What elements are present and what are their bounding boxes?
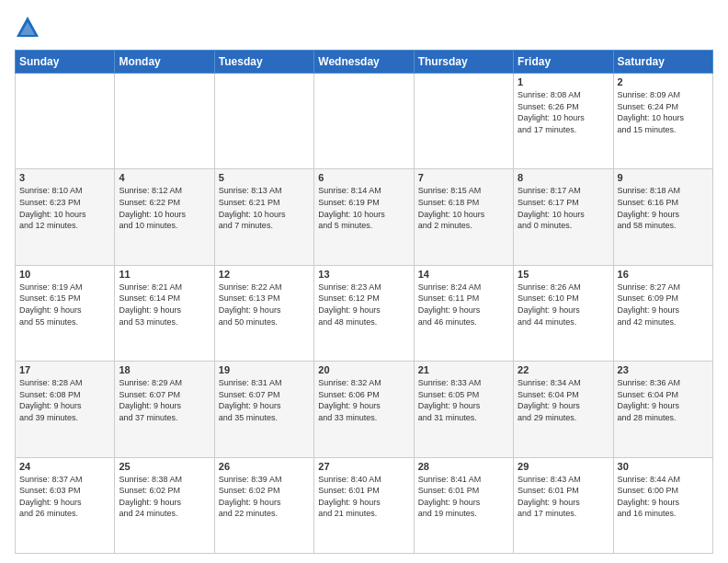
day-info: Sunrise: 8:37 AM Sunset: 6:03 PM Dayligh… — [19, 474, 110, 520]
header — [15, 15, 713, 40]
week-row-2: 3Sunrise: 8:10 AM Sunset: 6:23 PM Daylig… — [16, 169, 713, 265]
day-number: 3 — [19, 172, 110, 183]
calendar-cell: 30Sunrise: 8:44 AM Sunset: 6:00 PM Dayli… — [613, 457, 712, 553]
day-info: Sunrise: 8:34 AM Sunset: 6:04 PM Dayligh… — [518, 377, 609, 423]
weekday-sunday: Sunday — [16, 51, 115, 74]
day-number: 19 — [219, 364, 310, 375]
day-number: 15 — [518, 269, 609, 280]
calendar-cell: 17Sunrise: 8:28 AM Sunset: 6:08 PM Dayli… — [16, 362, 115, 457]
calendar-cell: 23Sunrise: 8:36 AM Sunset: 6:04 PM Dayli… — [613, 362, 712, 457]
day-info: Sunrise: 8:40 AM Sunset: 6:01 PM Dayligh… — [318, 474, 409, 520]
day-info: Sunrise: 8:09 AM Sunset: 6:24 PM Dayligh… — [618, 89, 709, 135]
day-info: Sunrise: 8:29 AM Sunset: 6:07 PM Dayligh… — [119, 377, 210, 423]
weekday-saturday: Saturday — [613, 51, 712, 74]
day-info: Sunrise: 8:43 AM Sunset: 6:01 PM Dayligh… — [518, 474, 609, 520]
day-info: Sunrise: 8:14 AM Sunset: 6:19 PM Dayligh… — [318, 185, 409, 231]
day-info: Sunrise: 8:12 AM Sunset: 6:22 PM Dayligh… — [119, 185, 210, 231]
day-info: Sunrise: 8:31 AM Sunset: 6:07 PM Dayligh… — [219, 377, 310, 423]
day-number: 30 — [618, 461, 709, 472]
day-number: 4 — [119, 172, 210, 183]
day-info: Sunrise: 8:18 AM Sunset: 6:16 PM Dayligh… — [618, 185, 709, 231]
calendar-cell: 9Sunrise: 8:18 AM Sunset: 6:16 PM Daylig… — [613, 169, 712, 265]
calendar-cell — [115, 74, 214, 169]
calendar-cell: 29Sunrise: 8:43 AM Sunset: 6:01 PM Dayli… — [514, 457, 613, 553]
day-number: 25 — [119, 461, 210, 472]
day-info: Sunrise: 8:39 AM Sunset: 6:02 PM Dayligh… — [219, 474, 310, 520]
calendar-cell: 28Sunrise: 8:41 AM Sunset: 6:01 PM Dayli… — [414, 457, 513, 553]
day-info: Sunrise: 8:38 AM Sunset: 6:02 PM Dayligh… — [119, 474, 210, 520]
day-number: 21 — [418, 364, 509, 375]
day-info: Sunrise: 8:41 AM Sunset: 6:01 PM Dayligh… — [418, 474, 509, 520]
day-info: Sunrise: 8:21 AM Sunset: 6:14 PM Dayligh… — [119, 282, 210, 327]
day-info: Sunrise: 8:33 AM Sunset: 6:05 PM Dayligh… — [418, 377, 509, 423]
day-number: 23 — [618, 364, 709, 375]
day-number: 29 — [518, 461, 609, 472]
logo — [15, 15, 44, 40]
calendar-cell: 11Sunrise: 8:21 AM Sunset: 6:14 PM Dayli… — [115, 265, 214, 361]
week-row-5: 24Sunrise: 8:37 AM Sunset: 6:03 PM Dayli… — [16, 457, 713, 553]
day-info: Sunrise: 8:28 AM Sunset: 6:08 PM Dayligh… — [19, 377, 110, 423]
calendar-cell: 5Sunrise: 8:13 AM Sunset: 6:21 PM Daylig… — [214, 169, 313, 265]
day-number: 9 — [618, 172, 709, 183]
calendar-cell: 7Sunrise: 8:15 AM Sunset: 6:18 PM Daylig… — [414, 169, 513, 265]
calendar-cell: 18Sunrise: 8:29 AM Sunset: 6:07 PM Dayli… — [115, 362, 214, 457]
calendar-cell — [314, 74, 414, 169]
day-number: 17 — [19, 364, 110, 375]
logo-icon — [15, 15, 40, 40]
calendar-cell: 27Sunrise: 8:40 AM Sunset: 6:01 PM Dayli… — [314, 457, 414, 553]
calendar-cell: 20Sunrise: 8:32 AM Sunset: 6:06 PM Dayli… — [314, 362, 414, 457]
weekday-header-row: SundayMondayTuesdayWednesdayThursdayFrid… — [16, 51, 713, 74]
day-info: Sunrise: 8:15 AM Sunset: 6:18 PM Dayligh… — [418, 185, 509, 231]
day-info: Sunrise: 8:13 AM Sunset: 6:21 PM Dayligh… — [219, 185, 310, 231]
week-row-1: 1Sunrise: 8:08 AM Sunset: 6:26 PM Daylig… — [16, 74, 713, 169]
day-info: Sunrise: 8:23 AM Sunset: 6:12 PM Dayligh… — [318, 282, 409, 327]
day-number: 20 — [318, 364, 409, 375]
day-info: Sunrise: 8:24 AM Sunset: 6:11 PM Dayligh… — [418, 282, 509, 327]
calendar-cell: 21Sunrise: 8:33 AM Sunset: 6:05 PM Dayli… — [414, 362, 513, 457]
calendar-cell — [414, 74, 513, 169]
calendar-cell — [214, 74, 313, 169]
day-info: Sunrise: 8:10 AM Sunset: 6:23 PM Dayligh… — [19, 185, 110, 231]
calendar-cell: 6Sunrise: 8:14 AM Sunset: 6:19 PM Daylig… — [314, 169, 414, 265]
calendar-cell: 24Sunrise: 8:37 AM Sunset: 6:03 PM Dayli… — [16, 457, 115, 553]
day-number: 6 — [318, 172, 409, 183]
weekday-wednesday: Wednesday — [314, 51, 414, 74]
day-number: 5 — [219, 172, 310, 183]
week-row-3: 10Sunrise: 8:19 AM Sunset: 6:15 PM Dayli… — [16, 265, 713, 361]
day-number: 1 — [518, 76, 609, 87]
calendar-cell: 25Sunrise: 8:38 AM Sunset: 6:02 PM Dayli… — [115, 457, 214, 553]
calendar-cell: 3Sunrise: 8:10 AM Sunset: 6:23 PM Daylig… — [16, 169, 115, 265]
day-info: Sunrise: 8:22 AM Sunset: 6:13 PM Dayligh… — [219, 282, 310, 327]
day-number: 28 — [418, 461, 509, 472]
calendar-cell: 15Sunrise: 8:26 AM Sunset: 6:10 PM Dayli… — [514, 265, 613, 361]
calendar-cell: 22Sunrise: 8:34 AM Sunset: 6:04 PM Dayli… — [514, 362, 613, 457]
calendar-cell: 10Sunrise: 8:19 AM Sunset: 6:15 PM Dayli… — [16, 265, 115, 361]
weekday-tuesday: Tuesday — [214, 51, 313, 74]
day-number: 26 — [219, 461, 310, 472]
calendar-cell: 14Sunrise: 8:24 AM Sunset: 6:11 PM Dayli… — [414, 265, 513, 361]
week-row-4: 17Sunrise: 8:28 AM Sunset: 6:08 PM Dayli… — [16, 362, 713, 457]
calendar-cell: 26Sunrise: 8:39 AM Sunset: 6:02 PM Dayli… — [214, 457, 313, 553]
calendar-cell: 12Sunrise: 8:22 AM Sunset: 6:13 PM Dayli… — [214, 265, 313, 361]
weekday-monday: Monday — [115, 51, 214, 74]
weekday-thursday: Thursday — [414, 51, 513, 74]
day-number: 27 — [318, 461, 409, 472]
day-info: Sunrise: 8:36 AM Sunset: 6:04 PM Dayligh… — [618, 377, 709, 423]
calendar-cell — [16, 74, 115, 169]
day-info: Sunrise: 8:44 AM Sunset: 6:00 PM Dayligh… — [618, 474, 709, 520]
weekday-friday: Friday — [514, 51, 613, 74]
calendar-cell: 16Sunrise: 8:27 AM Sunset: 6:09 PM Dayli… — [613, 265, 712, 361]
day-info: Sunrise: 8:27 AM Sunset: 6:09 PM Dayligh… — [618, 282, 709, 327]
day-number: 8 — [518, 172, 609, 183]
day-number: 18 — [119, 364, 210, 375]
day-number: 22 — [518, 364, 609, 375]
calendar-table: SundayMondayTuesdayWednesdayThursdayFrid… — [15, 50, 713, 554]
calendar-cell: 8Sunrise: 8:17 AM Sunset: 6:17 PM Daylig… — [514, 169, 613, 265]
calendar-cell: 4Sunrise: 8:12 AM Sunset: 6:22 PM Daylig… — [115, 169, 214, 265]
day-number: 16 — [618, 269, 709, 280]
day-number: 11 — [119, 269, 210, 280]
day-info: Sunrise: 8:08 AM Sunset: 6:26 PM Dayligh… — [518, 89, 609, 135]
day-info: Sunrise: 8:17 AM Sunset: 6:17 PM Dayligh… — [518, 185, 609, 231]
day-number: 13 — [318, 269, 409, 280]
calendar-cell: 19Sunrise: 8:31 AM Sunset: 6:07 PM Dayli… — [214, 362, 313, 457]
